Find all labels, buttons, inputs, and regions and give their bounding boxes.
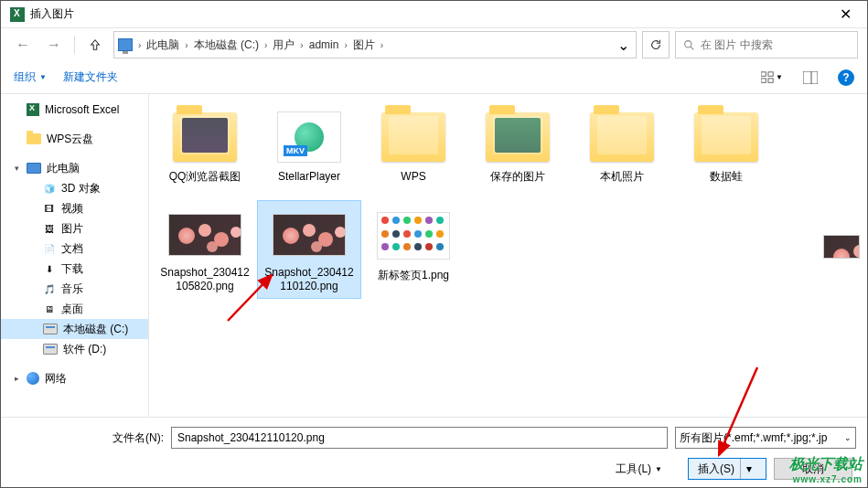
svg-rect-3 (761, 78, 766, 81)
thumbnail (585, 108, 659, 166)
sidebar-item[interactable]: 🎵音乐 (1, 279, 148, 299)
excel-icon (10, 7, 25, 22)
up-button[interactable] (82, 32, 108, 58)
file-item[interactable]: Snapshot_230412105820.png (153, 200, 257, 299)
file-item[interactable]: MKVStellarPlayer (257, 101, 361, 200)
pc-icon (27, 163, 41, 174)
buttons-row: 工具(L)▼ 插入(S) ▾ 取消 (12, 458, 856, 480)
file-item[interactable]: Snapshot_230412110120.png (257, 200, 361, 299)
lib-icon: 🧊 (43, 183, 56, 194)
chevron-right-icon: › (342, 40, 348, 50)
sidebar-item[interactable]: 🧊3D 对象 (1, 178, 148, 198)
sidebar-item-label: Microsoft Excel (45, 103, 119, 116)
lib-icon: ⬇ (43, 263, 56, 274)
filetype-select[interactable]: 所有图片(*.emf;*.wmf;*.jpg;*.jp⌄ (675, 427, 856, 449)
sidebar-item-label: 网络 (45, 371, 67, 387)
chevron-right-icon: › (136, 40, 143, 50)
help-button[interactable]: ? (838, 69, 854, 86)
breadcrumb-item[interactable]: 用户 (271, 34, 296, 57)
svg-rect-6 (803, 71, 818, 84)
thumbnail (481, 108, 554, 166)
breadcrumb-bar[interactable]: › 此电脑 › 本地磁盘 (C:) › 用户 › admin › 图片 › ⌄ (113, 31, 637, 58)
close-button[interactable]: ✕ (827, 2, 863, 27)
chevron-right-icon: › (263, 40, 269, 50)
pc-icon (118, 38, 133, 51)
search-box[interactable] (675, 31, 858, 58)
sidebar-item[interactable]: 🎞视频 (1, 198, 148, 218)
divider (74, 36, 75, 54)
filename-row: 文件名(N): 所有图片(*.emf;*.wmf;*.jpg;*.jp⌄ (12, 427, 856, 449)
sidebar-item[interactable]: Microsoft Excel (1, 100, 148, 120)
file-label: Snapshot_230412110120.png (262, 266, 357, 292)
back-button[interactable]: ← (10, 32, 36, 58)
view-mode-button[interactable]: ▼ (761, 67, 783, 89)
thumbnail (168, 108, 241, 166)
sidebar-item-label: WPS云盘 (47, 132, 93, 147)
chevron-right-icon: › (298, 40, 305, 50)
insert-dropdown[interactable]: ▾ (740, 459, 756, 479)
sidebar-item[interactable]: ⬇下载 (1, 259, 148, 279)
sidebar-item[interactable]: ▾此电脑 (1, 158, 148, 178)
breadcrumb-item[interactable]: 此电脑 (145, 34, 181, 57)
sidebar-item-label: 桌面 (61, 302, 83, 317)
breadcrumb-dropdown[interactable]: ⌄ (614, 32, 632, 58)
organize-menu[interactable]: 组织▼ (14, 69, 47, 85)
sidebar-item-label: 本地磁盘 (C:) (63, 322, 128, 337)
sidebar-item[interactable]: 本地磁盘 (C:) (1, 319, 148, 339)
forward-button[interactable]: → (41, 32, 67, 58)
thumbnail (377, 207, 450, 265)
sidebar-item[interactable]: 软件 (D:) (1, 339, 148, 359)
file-item[interactable]: 数据蛙 (674, 101, 778, 200)
file-item[interactable]: 本机照片 (570, 101, 674, 200)
svg-rect-4 (768, 71, 773, 75)
file-label: 本机照片 (600, 170, 644, 183)
lib-icon: 🎞 (43, 203, 56, 214)
preview-pane-button[interactable] (799, 67, 821, 89)
file-item[interactable]: WPS (361, 101, 466, 200)
thumbnail (377, 108, 450, 166)
cancel-button[interactable]: 取消 (774, 458, 852, 480)
file-label: 保存的图片 (490, 170, 545, 183)
new-folder-button[interactable]: 新建文件夹 (63, 69, 118, 85)
breadcrumb-item[interactable]: 图片 (351, 34, 377, 57)
file-item[interactable]: 保存的图片 (466, 101, 570, 200)
thumbnail (690, 108, 763, 166)
preview-thumbnail (823, 235, 860, 259)
main-area: Microsoft ExcelWPS云盘▾此电脑🧊3D 对象🎞视频🖼图片📄文档⬇… (1, 94, 867, 417)
file-label: StellarPlayer (278, 170, 340, 183)
drive-icon (43, 344, 58, 355)
file-label: 数据蛙 (710, 170, 743, 183)
filename-label: 文件名(N): (113, 430, 164, 446)
sidebar-item[interactable]: 🖥桌面 (1, 299, 148, 319)
sidebar-item-label: 此电脑 (47, 161, 80, 176)
file-item[interactable]: 新标签页1.png (361, 200, 466, 299)
file-label: 新标签页1.png (378, 269, 449, 281)
search-input[interactable] (701, 38, 850, 51)
footer-panel: 文件名(N): 所有图片(*.emf;*.wmf;*.jpg;*.jp⌄ 工具(… (1, 417, 867, 487)
file-label: WPS (401, 170, 425, 183)
svg-rect-2 (761, 71, 766, 75)
svg-rect-5 (768, 78, 773, 81)
sidebar-item[interactable]: WPS云盘 (1, 129, 148, 149)
breadcrumb-item[interactable]: 本地磁盘 (C:) (192, 34, 261, 57)
thumbnail (273, 207, 346, 262)
insert-button[interactable]: 插入(S) ▾ (688, 458, 766, 480)
lib-icon: 📄 (43, 243, 56, 254)
lib-icon: 🎵 (43, 283, 56, 294)
sidebar-item[interactable]: ▸网络 (1, 368, 148, 388)
file-dialog: 插入图片 ✕ ← → › 此电脑 › 本地磁盘 (C:) › 用户 › admi… (0, 0, 868, 488)
sidebar-item[interactable]: 📄文档 (1, 239, 148, 259)
dialog-title: 插入图片 (30, 6, 827, 22)
sidebar-item[interactable]: 🖼图片 (1, 218, 148, 239)
filename-input[interactable] (171, 427, 668, 449)
sidebar[interactable]: Microsoft ExcelWPS云盘▾此电脑🧊3D 对象🎞视频🖼图片📄文档⬇… (1, 94, 149, 417)
toolbar: 组织▼ 新建文件夹 ▼ ? (1, 61, 867, 94)
file-item[interactable]: QQ浏览器截图 (153, 101, 257, 200)
breadcrumb-item[interactable]: admin (307, 35, 341, 55)
chevron-right-icon: › (379, 40, 385, 50)
refresh-button[interactable] (642, 31, 670, 58)
sidebar-item-label: 3D 对象 (61, 181, 101, 196)
tools-menu[interactable]: 工具(L)▼ (616, 461, 662, 477)
net-icon (27, 372, 39, 385)
file-area[interactable]: QQ浏览器截图MKVStellarPlayerWPS保存的图片本机照片数据蛙Sn… (149, 94, 867, 417)
